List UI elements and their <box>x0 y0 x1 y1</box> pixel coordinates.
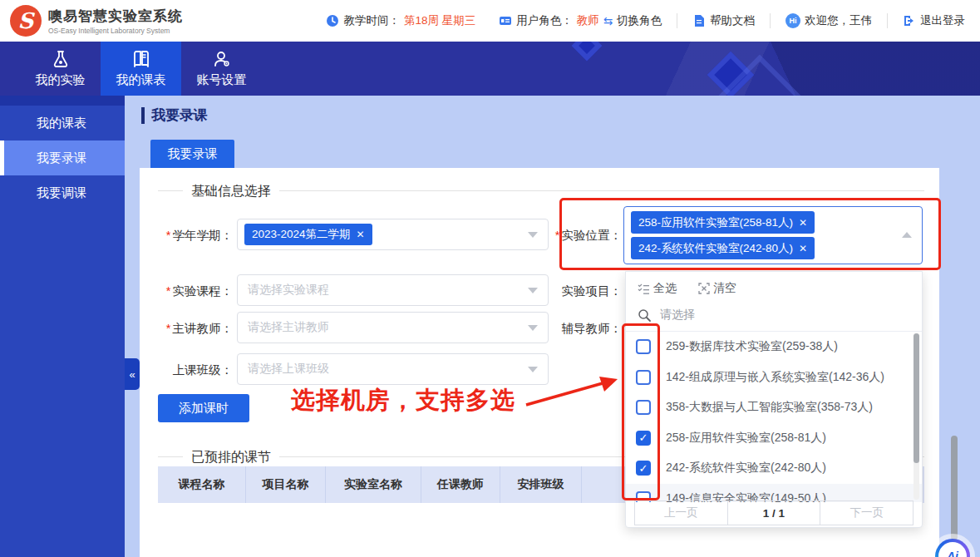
dropdown-pagination: 上一页 1 / 1 下一页 <box>634 500 914 525</box>
sidebar-item-adjust-course[interactable]: 我要调课 <box>0 175 125 210</box>
chevron-up-icon <box>902 232 912 238</box>
location-label: *实验位置： <box>549 228 622 244</box>
remove-tag-icon[interactable]: ✕ <box>799 217 807 229</box>
header-divider <box>770 13 771 28</box>
help-doc-link[interactable]: 帮助文档 <box>692 13 755 28</box>
page-indicator: 1 / 1 <box>727 500 821 525</box>
select-all-button[interactable]: 全选 <box>638 281 677 296</box>
table-header: 实验室名称 <box>326 466 421 503</box>
flask-icon <box>51 49 71 69</box>
help-doc-label: 帮助文档 <box>710 13 755 28</box>
location-select[interactable]: 258-应用软件实验室(258-81人) ✕ 242-系统软件实验室(242-8… <box>623 206 923 264</box>
required-mark: * <box>166 322 171 335</box>
sidebar-item-label: 我要录课 <box>37 150 86 166</box>
location-tag: 258-应用软件实验室(258-81人) ✕ <box>631 211 815 234</box>
dropdown-option[interactable]: 358-大数据与人工智能实验室(358-73人) <box>626 392 922 423</box>
main-nav: 我的实验 我的课表 账号设置 <box>0 42 980 96</box>
page-scrollbar[interactable] <box>951 436 958 540</box>
nav-tab-account-settings[interactable]: 账号设置 <box>181 42 262 96</box>
option-label: 142-组成原理与嵌入系统实验室(142-36人) <box>666 370 884 385</box>
semester-tag-label: 2023-2024第二学期 <box>252 227 351 242</box>
scheduled-section-title: 已预排的课节 <box>183 449 279 466</box>
teacher-placeholder: 请选择主讲教师 <box>238 320 329 335</box>
checkbox-icon[interactable] <box>636 339 651 354</box>
teacher-label: *主讲教师： <box>148 321 233 337</box>
location-tag-label: 258-应用软件实验室(258-81人) <box>638 215 793 230</box>
required-mark: * <box>555 229 560 242</box>
option-label: 258-应用软件实验室(258-81人) <box>666 431 826 446</box>
logout-icon <box>903 14 916 27</box>
user-gear-icon <box>212 49 232 69</box>
remove-tag-icon[interactable]: ✕ <box>357 229 365 240</box>
location-dropdown-panel: 全选 清空 请选择 259-数据库技术实验室(259-38人) 142-组成原理… <box>625 271 923 528</box>
logout-label: 退出登录 <box>920 13 965 28</box>
sidebar-item-my-timetable[interactable]: 我的课表 <box>0 106 125 140</box>
nav-tab-label: 账号设置 <box>197 72 247 88</box>
dropdown-option[interactable]: 259-数据库技术实验室(259-38人) <box>626 332 922 362</box>
user-role-value: 教师 <box>577 13 599 28</box>
nav-tab-my-experiments[interactable]: 我的实验 <box>20 42 101 96</box>
table-header: 任课教师 <box>421 466 500 503</box>
checkbox-icon[interactable] <box>636 400 651 415</box>
nav-tab-my-timetable[interactable]: 我的课表 <box>101 42 181 96</box>
course-select[interactable]: 请选择实验课程 <box>237 274 549 306</box>
app-logo: S 噢易智慧实验室系统 OS-Easy Intelligent Laborato… <box>0 5 183 37</box>
semester-tag: 2023-2024第二学期 ✕ <box>244 224 372 245</box>
dropdown-option[interactable]: 258-应用软件实验室(258-81人) <box>626 423 922 454</box>
top-header: S 噢易智慧实验室系统 OS-Easy Intelligent Laborato… <box>0 0 980 42</box>
semester-label: *学年学期： <box>148 228 233 244</box>
table-header: 课程名称 <box>158 466 246 503</box>
sidebar-top-strip <box>0 96 125 106</box>
switch-role-button[interactable]: 切换角色 <box>617 13 662 28</box>
dropdown-scrollbar[interactable] <box>914 333 919 463</box>
teaching-time-label: 教学时间： <box>343 13 400 28</box>
chevron-down-icon <box>528 288 538 293</box>
option-label: 242-系统软件实验室(242-80人) <box>666 461 826 476</box>
option-label: 259-数据库技术实验室(259-38人) <box>666 339 838 354</box>
clear-icon <box>698 283 710 294</box>
dropdown-option[interactable]: 142-组成原理与嵌入系统实验室(142-36人) <box>626 362 922 393</box>
checkbox-icon[interactable] <box>636 370 651 385</box>
app-title: 噢易智慧实验室系统 <box>48 7 183 26</box>
checkbox-icon[interactable] <box>636 431 651 446</box>
page-title: 我要录课 <box>141 107 208 124</box>
required-mark: * <box>166 284 171 298</box>
sidebar: 我的课表 我要录课 我要调课 <box>0 96 125 557</box>
dropdown-option[interactable]: 149-信息安全实验室(149-50人) <box>626 484 922 503</box>
header-divider <box>887 13 888 28</box>
tab-record-course[interactable]: 我要录课 <box>150 140 234 168</box>
table-header: 安排班级 <box>500 466 582 503</box>
teacher-select[interactable]: 请选择主讲教师 <box>237 312 549 343</box>
class-select[interactable]: 请选择上课班级 <box>237 353 549 385</box>
search-placeholder: 请选择 <box>660 308 695 323</box>
ai-assistant-label: Ai <box>938 542 967 557</box>
next-page-button[interactable]: 下一页 <box>820 500 914 525</box>
id-card-icon <box>499 14 512 27</box>
user-role: 用户角色： 教师 ⇆ 切换角色 <box>499 13 662 28</box>
teaching-time: 教学时间： 第18周 星期三 <box>326 13 475 28</box>
teaching-time-value: 第18周 星期三 <box>404 13 475 28</box>
nav-tab-label: 我的实验 <box>36 72 86 88</box>
sidebar-item-record-course[interactable]: 我要录课 <box>0 140 125 175</box>
remove-tag-icon[interactable]: ✕ <box>799 243 807 254</box>
logo-icon: S <box>10 5 42 37</box>
location-tag: 242-系统软件实验室(242-80人) ✕ <box>631 237 815 259</box>
sidebar-item-label: 我要调课 <box>37 185 86 201</box>
dropdown-search-input[interactable]: 请选择 <box>626 301 922 332</box>
semester-select[interactable]: 2023-2024第二学期 ✕ <box>237 219 549 250</box>
add-hours-button[interactable]: 添加课时 <box>158 394 249 422</box>
dropdown-option[interactable]: 242-系统软件实验室(242-80人) <box>626 453 922 484</box>
sidebar-collapse-button[interactable]: « <box>125 358 140 390</box>
logout-button[interactable]: 退出登录 <box>903 13 965 28</box>
chevron-down-icon <box>528 325 538 331</box>
prev-page-button[interactable]: 上一页 <box>634 500 728 525</box>
class-placeholder: 请选择上课班级 <box>238 362 329 377</box>
nav-tab-label: 我的课表 <box>116 72 166 88</box>
clock-icon <box>326 14 339 27</box>
swap-icon: ⇆ <box>603 14 613 27</box>
checkbox-icon[interactable] <box>636 461 651 476</box>
book-icon <box>131 49 151 69</box>
option-label: 358-大数据与人工智能实验室(358-73人) <box>666 400 873 415</box>
document-icon <box>692 14 706 27</box>
clear-button[interactable]: 清空 <box>698 281 736 296</box>
